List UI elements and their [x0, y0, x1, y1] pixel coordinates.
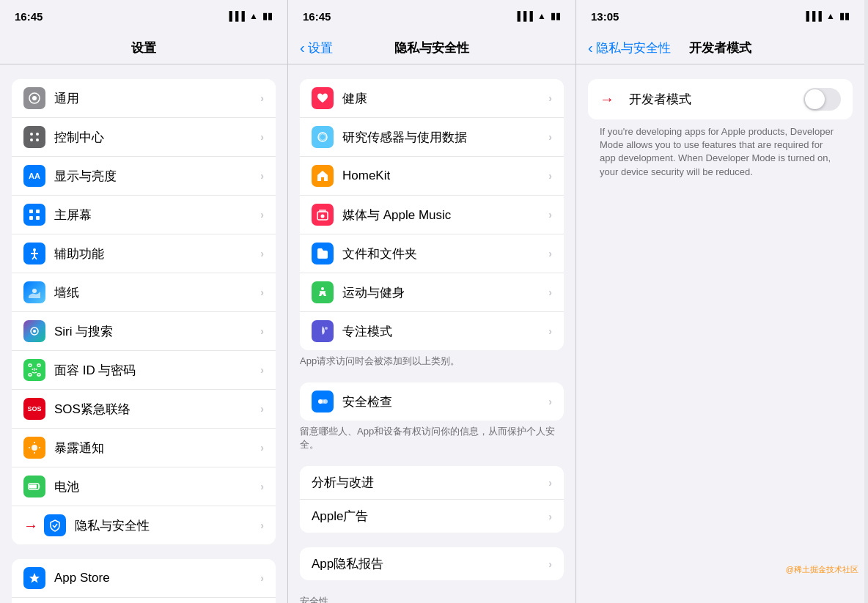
- developer-mode-toggle[interactable]: [803, 88, 841, 111]
- privacy-icon: [44, 514, 66, 536]
- svg-point-15: [32, 289, 37, 293]
- health-label: 健康: [342, 90, 548, 107]
- safetycheck-label: 安全检查: [342, 393, 548, 410]
- svg-rect-41: [319, 210, 326, 212]
- security-label: 安全性: [288, 595, 575, 603]
- phones-container: 16:45 ▐▐▐ ▲ ▮▮ 设置 通用 ›: [0, 0, 868, 603]
- svg-line-14: [34, 256, 37, 259]
- fitness-label: 运动与健身: [342, 284, 548, 301]
- list-item-media[interactable]: 媒体与 Apple Music ›: [300, 196, 564, 234]
- phone-1: 16:45 ▐▐▐ ▲ ▮▮ 设置 通用 ›: [0, 0, 288, 603]
- list-item-display[interactable]: AA 显示与亮度 ›: [12, 157, 276, 196]
- battery-label: 电池: [54, 478, 260, 495]
- svg-rect-31: [29, 485, 37, 489]
- svg-point-17: [33, 330, 36, 333]
- signal-icon-2: ▐▐▐: [515, 11, 534, 21]
- privacyreport-label: App隐私报告: [312, 555, 548, 572]
- homekit-label: HomeKit: [342, 169, 548, 183]
- list-item-wallpaper[interactable]: 墙纸 ›: [12, 273, 276, 312]
- list-item-siri[interactable]: Siri 与搜索 ›: [12, 312, 276, 351]
- exposure-label: 暴露通知: [54, 440, 260, 456]
- nav-title-2: 隐私与安全性: [394, 40, 469, 56]
- focus-icon: [312, 320, 334, 342]
- svg-point-1: [32, 96, 37, 100]
- media-label: 媒体与 Apple Music: [342, 207, 548, 223]
- watermark: @稀土掘金技术社区: [786, 564, 858, 575]
- svg-point-40: [321, 215, 325, 218]
- list-item-general[interactable]: 通用 ›: [12, 79, 276, 118]
- svg-point-10: [33, 248, 36, 251]
- research-label: 研究传感器与使用数据: [342, 129, 548, 146]
- list-item-sos[interactable]: SOS SOS紧急联络 ›: [12, 390, 276, 429]
- status-bar-1: 16:45 ▐▐▐ ▲ ▮▮: [0, 0, 287, 32]
- faceid-icon: [23, 359, 45, 381]
- list-item-exposure[interactable]: 暴露通知 ›: [12, 429, 276, 467]
- section-analytics: 分析与改进 › Apple广告 ›: [288, 466, 575, 533]
- siri-label: Siri 与搜索: [54, 323, 260, 340]
- wifi-icon-3: ▲: [826, 11, 835, 21]
- analytics-label: 分析与改进: [312, 474, 548, 491]
- sos-label: SOS紧急联络: [54, 401, 260, 418]
- status-bar-2: 16:45 ▐▐▐ ▲ ▮▮: [288, 0, 575, 32]
- nav-back-2[interactable]: ‹ 设置: [300, 40, 333, 56]
- list-item-fitness[interactable]: 运动与健身 ›: [300, 273, 564, 312]
- wifi-icon: ▲: [249, 11, 258, 21]
- list-item-battery[interactable]: 电池 ›: [12, 467, 276, 506]
- list-item-control[interactable]: 控制中心 ›: [12, 118, 276, 157]
- list-item-privacy[interactable]: → 隐私与安全性 ›: [12, 506, 276, 544]
- list-item-appstore[interactable]: App Store ›: [12, 559, 276, 598]
- svg-point-5: [36, 138, 39, 141]
- list-item-privacyreport[interactable]: App隐私报告 ›: [300, 547, 564, 580]
- list-item-wallet[interactable]: 钱包与 Apple Pay ›: [12, 598, 276, 603]
- display-label: 显示与亮度: [54, 168, 260, 185]
- homescreen-icon: [23, 204, 45, 226]
- scroll-content-1[interactable]: 通用 › 控制中心 › AA: [0, 64, 287, 603]
- scroll-content-2[interactable]: 健康 › 研究传感器与使用数据 ›: [288, 64, 575, 603]
- nav-back-label-3: 隐私与安全性: [596, 40, 671, 56]
- appstore-icon: [23, 567, 45, 589]
- appleads-label: Apple广告: [312, 508, 548, 525]
- list-item-faceid[interactable]: 面容 ID 与密码 ›: [12, 351, 276, 390]
- list-item-files[interactable]: 文件和文件夹 ›: [300, 234, 564, 273]
- time-3: 13:05: [591, 10, 619, 23]
- list-item-focus[interactable]: 专注模式 ›: [300, 312, 564, 350]
- svg-point-22: [32, 369, 34, 370]
- battery-icon-3: ▮▮: [839, 11, 850, 21]
- list-item-appleads[interactable]: Apple广告 ›: [300, 500, 564, 533]
- time-1: 16:45: [15, 10, 43, 23]
- list-group-main: 通用 › 控制中心 › AA: [12, 79, 276, 544]
- nav-back-3[interactable]: ‹ 隐私与安全性: [588, 40, 671, 56]
- developer-mode-desc: If you're developing apps for Apple prod…: [588, 119, 853, 185]
- section-apps: App Store › 钱包与 Apple Pay ›: [0, 559, 287, 603]
- svg-rect-20: [29, 374, 32, 376]
- svg-rect-9: [36, 216, 40, 220]
- health-icon: [312, 87, 334, 109]
- svg-rect-7: [36, 210, 40, 213]
- section-security: 安全性 → 开发者模式 ›: [288, 595, 575, 603]
- wallpaper-label: 墙纸: [54, 284, 260, 301]
- svg-point-23: [36, 369, 37, 370]
- svg-point-25: [32, 445, 37, 451]
- display-icon: AA: [23, 165, 45, 187]
- nav-bar-1: 设置: [0, 32, 287, 64]
- status-bar-3: 13:05 ▐▐▐ ▲ ▮▮: [576, 0, 864, 32]
- homescreen-label: 主屏幕: [54, 207, 260, 223]
- exposure-icon: [23, 437, 45, 459]
- list-item-research[interactable]: 研究传感器与使用数据 ›: [300, 118, 564, 157]
- svg-rect-21: [37, 374, 40, 376]
- svg-point-47: [321, 399, 326, 404]
- note1: App请求访问时会被添加到以上类别。: [288, 350, 575, 368]
- section-safety: 安全检查 › 留意哪些人、App和设备有权访问你的信息，从而保护个人安全。: [288, 382, 575, 451]
- svg-rect-6: [29, 210, 33, 213]
- list-item-health[interactable]: 健康 ›: [300, 79, 564, 118]
- svg-point-42: [321, 287, 324, 290]
- note2: 留意哪些人、App和设备有权访问你的信息，从而保护个人安全。: [288, 421, 575, 451]
- list-item-homekit[interactable]: HomeKit ›: [300, 157, 564, 196]
- list-item-accessibility[interactable]: 辅助功能 ›: [12, 234, 276, 273]
- list-item-homescreen[interactable]: 主屏幕 ›: [12, 196, 276, 234]
- list-item-analytics[interactable]: 分析与改进 ›: [300, 466, 564, 500]
- focus-label: 专注模式: [342, 323, 548, 340]
- scroll-content-3[interactable]: → 开发者模式 If you're developing apps for Ap…: [576, 64, 864, 603]
- list-group-analytics: 分析与改进 › Apple广告 ›: [300, 466, 564, 533]
- list-item-safetycheck[interactable]: 安全检查 ›: [300, 382, 564, 421]
